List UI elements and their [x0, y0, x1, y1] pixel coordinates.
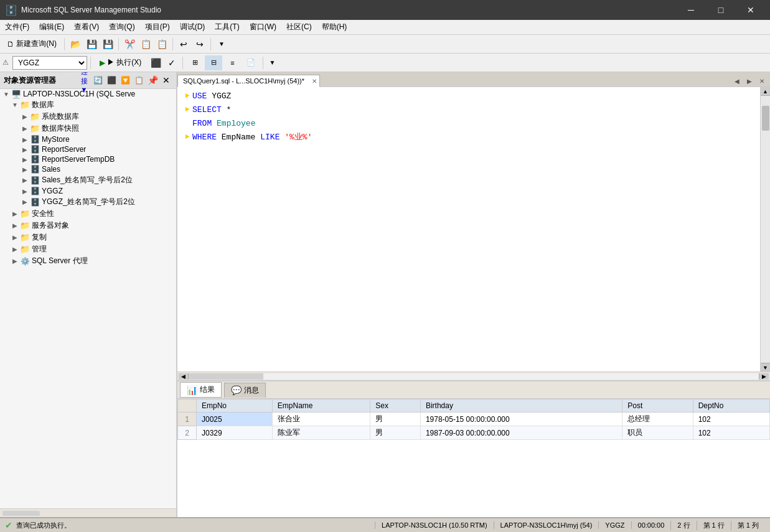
title-bar: 🗄️ Microsoft SQL Server Management Studi…	[0, 0, 770, 20]
oe-hscroll[interactable]	[0, 508, 176, 517]
yggz-abbr-db[interactable]: ▶ 🗄️ YGGZ_姓名简写_学号后2位	[0, 196, 176, 208]
messages-tab-label: 消息	[244, 385, 259, 396]
tab-scroll-right[interactable]: ▶	[744, 75, 755, 86]
management-icon: 📁	[20, 245, 30, 254]
oe-pin-button[interactable]: 📌	[146, 74, 159, 86]
new-query-button[interactable]: 🗋 🗋 新建查询(N)新建查询(N)	[2, 37, 61, 52]
hscroll-right[interactable]: ▶	[759, 373, 769, 380]
editor-vscroll[interactable]: ▲ ▼	[760, 87, 770, 371]
reportserver-icon: 🗄️	[30, 145, 40, 154]
yggz-expander: ▶	[20, 188, 30, 195]
query-tab-active[interactable]: SQLQuery1.sql - L...SLOC1H\myj (54))* ✕	[177, 75, 320, 87]
hscroll-left[interactable]: ◀	[179, 373, 189, 380]
menu-edit[interactable]: 编辑(E)	[34, 21, 69, 34]
tab-close-button[interactable]: ✕	[312, 78, 317, 85]
text-results-button[interactable]: ≡	[223, 55, 241, 70]
undo-button[interactable]: ↩	[176, 37, 191, 52]
minimize-button[interactable]: ─	[677, 0, 705, 20]
yggz-db[interactable]: ▶ 🗄️ YGGZ	[0, 186, 176, 196]
stop-button[interactable]: ⬛	[148, 55, 163, 70]
mystore-db[interactable]: ▶ 🗄️ MyStore	[0, 134, 176, 144]
parse-button[interactable]: ✓	[164, 55, 179, 70]
editor-hscroll[interactable]: ◀ ▶	[177, 371, 770, 380]
menu-view[interactable]: 查看(V)	[69, 21, 104, 34]
save-all-button[interactable]: 💾	[100, 37, 115, 52]
file-results-button[interactable]: 📄	[242, 55, 260, 70]
server-objects-folder[interactable]: ▶ 📁 服务器对象	[0, 220, 176, 231]
toolbar-separator-3	[172, 38, 173, 50]
col-empname: EmpName	[272, 399, 370, 413]
db-snapshots-label: 数据库快照	[42, 123, 79, 134]
sql-agent-node[interactable]: ▶ ⚙️ SQL Server 代理	[0, 255, 176, 267]
vscroll-down[interactable]: ▼	[761, 363, 771, 371]
tab-close-pane[interactable]: ✕	[756, 75, 768, 86]
sales-db[interactable]: ▶ 🗄️ Sales	[0, 164, 176, 174]
sales-abbr-icon: 🗄️	[30, 176, 40, 185]
menu-tools[interactable]: 工具(T)	[210, 21, 244, 34]
save-button[interactable]: 💾	[84, 37, 99, 52]
menu-file[interactable]: 文件(F)	[0, 21, 34, 34]
copy-button[interactable]: 📋	[138, 37, 153, 52]
oe-connect-button[interactable]: 连接▼	[78, 74, 90, 86]
security-folder[interactable]: ▶ 📁 安全性	[0, 208, 176, 220]
menu-help[interactable]: 帮助(H)	[317, 21, 352, 34]
oe-properties-button[interactable]: 📋	[133, 74, 145, 86]
reportservertempdb-db[interactable]: ▶ 🗄️ ReportServerTempDB	[0, 154, 176, 164]
more-button[interactable]: ▼	[214, 37, 229, 52]
display-results-button[interactable]: ⊞	[186, 55, 204, 70]
grid-button[interactable]: ⊟	[205, 55, 222, 70]
table-row[interactable]: 2 J0329 陈业军 男 1987-09-03 00:00:00.000 职员…	[178, 426, 770, 440]
col-empno: EmpNo	[197, 399, 273, 413]
yggz-label: YGGZ	[42, 187, 63, 195]
toolbar2-sep-3	[263, 57, 263, 69]
results-tab-messages[interactable]: 💬 消息	[224, 383, 266, 398]
oe-filter-button[interactable]: 🔽	[119, 74, 131, 86]
oe-refresh-button[interactable]: 🔄	[92, 74, 104, 86]
management-folder[interactable]: ▶ 📁 管理	[0, 243, 176, 255]
reportserver-db[interactable]: ▶ 🗄️ ReportServer	[0, 144, 176, 154]
paste-button[interactable]: 📋	[154, 37, 169, 52]
menu-community[interactable]: 社区(C)	[281, 21, 317, 34]
status-user: LAPTOP-N3SLOC1H\myj (54)	[494, 521, 599, 529]
server-node[interactable]: ▼ 🖥️ LAPTOP-N3SLOC1H (SQL Serve	[0, 89, 176, 99]
db-snapshots-folder[interactable]: ▶ 📁 数据库快照	[0, 123, 176, 134]
maximize-button[interactable]: □	[707, 0, 735, 20]
close-button[interactable]: ✕	[736, 0, 765, 20]
execute-button[interactable]: ▶ ▶ 执行(X)	[94, 55, 147, 70]
tab-scroll-left[interactable]: ◀	[731, 75, 743, 86]
sql-agent-expander: ▶	[10, 258, 20, 264]
oe-stop-button[interactable]: ⬛	[105, 74, 118, 86]
code-editor[interactable]: ► USE YGGZ ► SELECT * FROM Employee	[177, 87, 760, 371]
databases-folder[interactable]: ▼ 📁 数据库	[0, 99, 176, 111]
menu-debug[interactable]: 调试(D)	[175, 21, 210, 34]
db-snapshots-icon: 📁	[30, 124, 40, 133]
table-row[interactable]: 1 J0025 张合业 男 1978-05-15 00:00:00.000 总经…	[178, 413, 770, 426]
row2-birthday: 1987-09-03 00:00:00.000	[420, 426, 622, 440]
results-tab-results[interactable]: 📊 结果	[180, 382, 222, 398]
system-databases-folder[interactable]: ▶ 📁 系统数据库	[0, 111, 176, 123]
menu-window[interactable]: 窗口(W)	[245, 21, 281, 34]
toolbar-separator-4	[210, 38, 211, 50]
reportservertempdb-expander: ▶	[20, 156, 30, 163]
open-button[interactable]: 📂	[68, 37, 83, 52]
redo-button[interactable]: ↪	[192, 37, 207, 52]
col-post: Post	[622, 399, 693, 413]
yggz-icon: 🗄️	[30, 187, 40, 195]
cut-button[interactable]: ✂️	[122, 37, 137, 52]
database-selector[interactable]: YGGZ Sales MyStore	[12, 56, 87, 70]
code-line-3: FROM Employee	[182, 117, 755, 131]
sales-abbr-db[interactable]: ▶ 🗄️ Sales_姓名简写_学号后2位	[0, 174, 176, 186]
oe-close-button[interactable]: ✕	[160, 74, 172, 86]
server-objects-label: 服务器对象	[32, 220, 69, 231]
replication-folder[interactable]: ▶ 📁 复制	[0, 231, 176, 243]
menu-project[interactable]: 项目(P)	[140, 21, 175, 34]
table-header-row: EmpNo EmpName Sex Birthday Post DeptNo	[178, 399, 770, 413]
line2-indicator: ►	[182, 104, 192, 116]
oe-toolbar: 连接▼ 🔄 ⬛ 🔽 📋 📌 ✕	[78, 74, 172, 86]
menu-query[interactable]: 查询(Q)	[104, 21, 139, 34]
status-message: 查询已成功执行。	[16, 521, 71, 530]
vscroll-up[interactable]: ▲	[761, 87, 771, 96]
more2-button[interactable]: ▼	[266, 55, 278, 70]
row2-post: 职员	[622, 426, 693, 440]
vscroll-thumb[interactable]	[762, 106, 769, 131]
